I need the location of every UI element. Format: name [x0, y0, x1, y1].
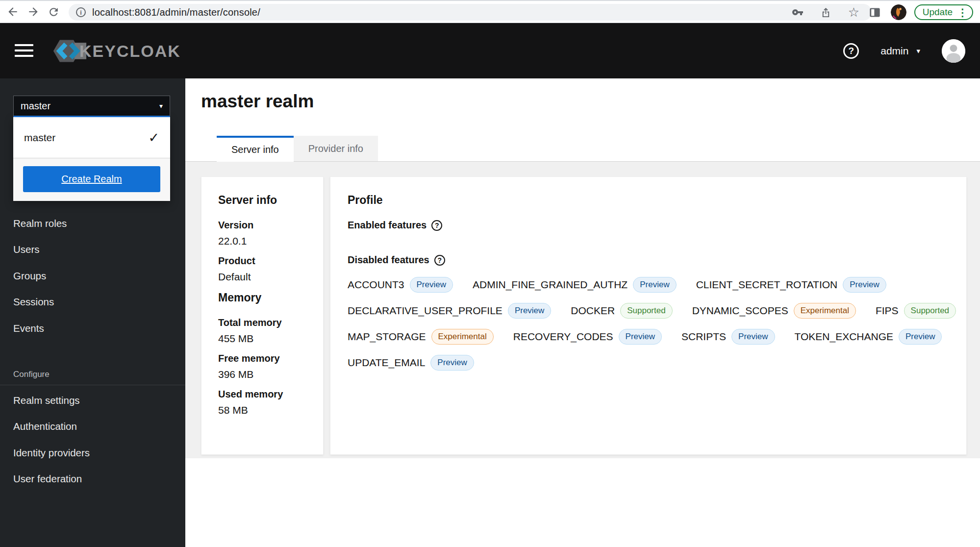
tab-provider-info[interactable]: Provider info	[294, 136, 378, 162]
feature-name: UPDATE_EMAIL	[348, 357, 425, 369]
profile-avatar-image	[891, 4, 906, 20]
back-button[interactable]	[5, 4, 21, 20]
back-icon	[6, 5, 19, 18]
site-info-icon[interactable]: i	[76, 7, 86, 17]
sidebar-item-realm-roles[interactable]: Realm roles	[0, 210, 185, 237]
sidebar-item-groups[interactable]: Groups	[0, 263, 185, 289]
page-title: master realm	[201, 91, 314, 112]
sidebar-item-authentication[interactable]: Authentication	[0, 414, 185, 440]
enabled-features-text: Enabled features	[348, 220, 427, 231]
tab-server-info[interactable]: Server info	[217, 136, 294, 162]
browser-menu-icon: ⋮	[957, 7, 968, 18]
realm-dropdown: master ✓ Create Realm	[13, 117, 170, 201]
user-menu[interactable]: admin ▾	[880, 45, 920, 57]
sidebar-item-identity-providers[interactable]: Identity providers	[0, 440, 185, 466]
feature-item: FIPS Supported	[876, 303, 956, 318]
password-key-button[interactable]	[790, 5, 805, 20]
browser-nav-buttons	[5, 1, 61, 23]
feature-name: FIPS	[876, 305, 899, 317]
reload-button[interactable]	[46, 4, 61, 20]
masthead-right: ? admin ▾	[843, 23, 965, 78]
memory-title: Memory	[218, 291, 315, 304]
sidebar: master ▾ master ✓ Create Realm Realm rol…	[0, 78, 185, 547]
feature-name: DOCKER	[571, 305, 615, 317]
feature-badge: Preview	[843, 277, 886, 292]
field-value: 396 MB	[218, 369, 315, 380]
person-icon	[942, 39, 965, 63]
question-circle-icon[interactable]: ?	[431, 220, 442, 231]
feature-name: ACCOUNT3	[348, 279, 404, 291]
feature-item: DECLARATIVE_USER_PROFILE Preview	[348, 303, 551, 318]
help-icon: ?	[848, 46, 854, 56]
feature-name: CLIENT_SECRET_ROTATION	[696, 279, 838, 291]
server-info-title: Server info	[218, 194, 315, 207]
feature-name: MAP_STORAGE	[348, 331, 426, 343]
feature-row: MAP_STORAGE Experimental RECOVERY_CODES …	[348, 326, 952, 347]
feature-badge: Preview	[508, 303, 551, 318]
enabled-features-label: Enabled features ?	[348, 220, 952, 231]
field-label: Used memory	[218, 389, 315, 400]
server-info-card: Server info Version 22.0.1 Product Defau…	[201, 176, 324, 455]
chevron-down-icon: ▾	[916, 47, 920, 55]
share-button[interactable]	[819, 5, 833, 20]
realm-dropdown-item-master[interactable]: master ✓	[13, 117, 170, 158]
feature-badge: Preview	[430, 355, 474, 370]
create-realm-button[interactable]: Create Realm	[23, 166, 160, 192]
username: admin	[880, 45, 908, 57]
feature-badge: Supported	[620, 303, 672, 318]
browser-update-button[interactable]: Update ⋮	[914, 4, 973, 20]
feature-item: ACCOUNT3 Preview	[348, 277, 453, 292]
masthead: KEYCLOAK ? admin ▾	[0, 23, 980, 78]
feature-name: DECLARATIVE_USER_PROFILE	[348, 305, 503, 317]
field-label: Product	[218, 255, 315, 267]
question-circle-icon[interactable]: ?	[434, 255, 445, 266]
side-panel-button[interactable]	[867, 4, 883, 21]
feature-item: DYNAMIC_SCOPES Experimental	[692, 303, 856, 318]
feature-item: RECOVERY_CODES Preview	[513, 329, 662, 344]
feature-item: TOKEN_EXCHANGE Preview	[795, 329, 942, 344]
brand-wordmark: KEYCLOAK	[79, 42, 181, 61]
sidebar-toggle-button[interactable]	[15, 44, 33, 57]
feature-name: ADMIN_FINE_GRAINED_AUTHZ	[473, 279, 628, 291]
feature-item: SCRIPTS Preview	[681, 329, 775, 344]
feature-badge: Supported	[904, 303, 956, 318]
page-header: master realm Server info Provider info	[185, 78, 980, 162]
keycloak-brand[interactable]: KEYCLOAK	[45, 37, 181, 65]
feature-badge: Preview	[619, 329, 662, 344]
sidebar-item-events[interactable]: Events	[0, 315, 185, 342]
feature-badge: Preview	[899, 329, 942, 344]
feature-item: CLIENT_SECRET_ROTATION Preview	[696, 277, 886, 292]
feature-item: DOCKER Supported	[571, 303, 672, 318]
sidebar-item-realm-settings[interactable]: Realm settings	[0, 387, 185, 414]
browser-toolbar-right: Update ⋮	[867, 1, 973, 24]
help-button[interactable]: ?	[843, 43, 859, 59]
feature-badge: Preview	[633, 277, 676, 292]
forward-button[interactable]	[25, 4, 41, 20]
sidebar-item-users[interactable]: Users	[0, 237, 185, 263]
caret-down-icon: ▾	[159, 102, 163, 110]
feature-badge: Experimental	[431, 329, 494, 344]
update-label: Update	[923, 7, 953, 18]
url-bar[interactable]: i localhost:8081/admin/master/console/ ☆	[69, 4, 872, 21]
feature-badge: Preview	[731, 329, 775, 344]
browser-profile-avatar[interactable]	[891, 4, 906, 20]
tabs: Server info Provider info	[217, 136, 378, 162]
profile-card: Profile Enabled features ? Disabled feat…	[330, 176, 967, 455]
profile-title: Profile	[348, 194, 952, 207]
user-avatar[interactable]	[942, 39, 965, 63]
feature-badge: Preview	[410, 277, 453, 292]
disabled-features-text: Disabled features	[348, 254, 429, 266]
sidebar-item-user-federation[interactable]: User federation	[0, 466, 185, 493]
realm-selector[interactable]: master ▾	[13, 96, 170, 117]
field-label: Total memory	[218, 317, 315, 328]
realm-item-label: master	[24, 132, 55, 144]
realm-dropdown-footer: Create Realm	[13, 158, 170, 201]
feature-name: RECOVERY_CODES	[513, 331, 613, 343]
star-icon: ☆	[848, 6, 859, 19]
bookmark-star-button[interactable]: ☆	[847, 4, 861, 20]
key-icon	[792, 6, 804, 18]
sidebar-item-sessions[interactable]: Sessions	[0, 289, 185, 316]
field-value: 22.0.1	[218, 235, 315, 247]
field-value: 58 MB	[218, 404, 315, 416]
omnibox-actions: ☆	[790, 4, 861, 20]
